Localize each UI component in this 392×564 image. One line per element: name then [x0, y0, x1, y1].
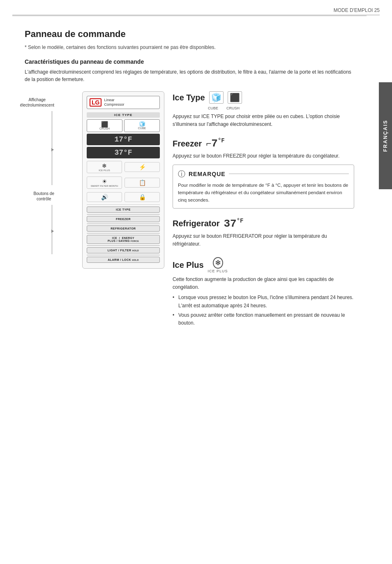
ice-type-label-bar: ICE TYPE	[87, 112, 160, 118]
freezer-temp-icon: ⌐7°F	[206, 137, 225, 150]
icon-row-iceplus: ❄ICE PLUS ⚡	[87, 160, 160, 174]
light-filter-ctrl-btn[interactable]: LIGHT / FILTER HOLD	[87, 247, 160, 253]
freezer-desc: Appuyez sur le bouton FREEZER pour régle…	[173, 152, 354, 160]
ice-plus-feature-title: Ice Plus	[173, 260, 204, 270]
divider-1	[87, 214, 160, 215]
cube-button-display: 🧊 CUBE	[124, 119, 160, 132]
features-column: Ice Type 🧊 ⬛ CUBE CRUSH Appuyez sur ICE …	[173, 91, 354, 336]
control-panel-box: LG LinearCompressor ICE TYPE ⬛ CRUSH 🧊	[82, 91, 164, 269]
ice-type-feature-title: Ice Type	[173, 93, 205, 102]
refrigerator-title-row: Refrigerator 37°F	[173, 218, 354, 230]
page-header: MODE D'EMPLOI 25	[12, 7, 380, 15]
divider-2	[87, 223, 160, 224]
ice-plus-icon-wrapper: ❄ ICE PLUS	[208, 257, 228, 273]
refrigerator-temp-icon: 37°F	[224, 218, 243, 230]
remark-line	[229, 174, 349, 174]
divider-4	[87, 245, 160, 246]
section-heading: Caractéristiques du panneau de commande	[25, 58, 354, 65]
refrigerator-feature-title: Refrigerator	[173, 219, 219, 228]
freezer-title-row: Freezer ⌐7°F	[173, 137, 354, 150]
icon-row-filter: ☀SMART FILTER MONTH 📋	[87, 176, 160, 190]
display-label: Affichageélectroluminescent	[20, 97, 54, 107]
filter-icon-cell: ☀SMART FILTER MONTH	[87, 176, 122, 189]
sidebar-language-label: FRANÇAIS	[379, 82, 392, 189]
divider-5	[87, 255, 160, 255]
feature-ice-type: Ice Type 🧊 ⬛ CUBE CRUSH Appuyez sur ICE …	[173, 91, 354, 128]
model-note: * Selon le modèle, certaines des fonctio…	[25, 44, 354, 50]
alarm-lock-ctrl-btn[interactable]: ALARM / LOCK HOLD	[87, 257, 160, 263]
ice-plus-icon-cell: ❄ICE PLUS	[87, 161, 122, 173]
controls-label: Boutons decontrôle	[33, 191, 54, 201]
ice-type-ctrl-btn[interactable]: ICE TYPE	[87, 207, 160, 213]
lock-icon-cell: 🔒	[125, 192, 160, 202]
alarm-icon-cell: 🔊	[87, 192, 122, 202]
ice-plus-desc: Cette fonction augmente la production de…	[173, 276, 354, 291]
remark-content: Pour modifier le mode de température de …	[178, 181, 349, 204]
crush-icon: ⬛	[88, 121, 121, 127]
remark-exclamation-icon: ⓘ	[178, 169, 185, 179]
refrigerator-desc: Appuyez sur le bouton REFRIGERATOR pour …	[173, 232, 354, 248]
crush-button-display: ⬛ CRUSH	[87, 119, 122, 132]
panel-diagram: Affichageélectroluminescent Boutons deco…	[25, 91, 164, 269]
ice-plus-small-label: ICE PLUS	[88, 169, 121, 172]
linear-compressor-label: LinearCompressor	[104, 98, 124, 107]
filter-small-label: SMART FILTER MONTH	[88, 185, 121, 187]
remark-box: ⓘ REMARQUE Pour modifier le mode de temp…	[173, 165, 354, 209]
bullet-item-1: Lorsque vous pressez le bouton Ice Plus,…	[173, 294, 354, 309]
control-buttons-section: ICE TYPE FREEZER REFRIGERATOR ICE / ENER…	[87, 204, 160, 263]
remark-title-text: REMARQUE	[189, 171, 226, 177]
remark-title-row: ⓘ REMARQUE	[178, 169, 349, 179]
lg-header: LG LinearCompressor	[87, 96, 160, 109]
fridge-temp-display: 37°F	[87, 147, 160, 158]
ice-type-title-row: Ice Type 🧊 ⬛	[173, 91, 354, 104]
divider-3	[87, 233, 160, 234]
left-labels: Affichageélectroluminescent Boutons deco…	[25, 91, 58, 258]
freezer-temp-display: 17°F	[87, 134, 160, 145]
section-description: L'affichage électroluminescent comprend …	[25, 68, 354, 83]
page-title: Panneau de commande	[25, 29, 354, 39]
cube-label: CUBE	[125, 127, 159, 130]
energy-icon-cell: ⚡	[125, 162, 160, 172]
header-divider	[12, 16, 367, 16]
lg-logo: LG	[90, 98, 101, 107]
energy-icon-cell2: 📋	[125, 178, 160, 188]
cube-feature-icon: 🧊	[209, 91, 224, 104]
crush-sub-label: CRUSH	[226, 106, 240, 110]
refrigerator-ctrl-btn[interactable]: REFRIGERATOR	[87, 225, 160, 232]
ice-plus-sub-label: ICE PLUS	[208, 269, 228, 273]
bullet-item-2: Vous pouvez arrêter cette fonction manue…	[173, 311, 354, 327]
freezer-feature-title: Freezer	[173, 139, 202, 149]
feature-ice-plus: Ice Plus ❄ ICE PLUS Cette fonction augme…	[173, 257, 354, 327]
icon-row-alarm: 🔊 🔒	[87, 191, 160, 203]
ice-type-desc: Appuyez sur ICE TYPE pour choisir entre …	[173, 113, 354, 128]
feature-refrigerator: Refrigerator 37°F Appuyez sur le bouton …	[173, 218, 354, 248]
ice-type-buttons: ⬛ CRUSH 🧊 CUBE	[87, 119, 160, 132]
freezer-ctrl-btn[interactable]: FREEZER	[87, 216, 160, 222]
ice-plus-snowflake-icon: ❄	[213, 257, 223, 269]
ice-energy-ctrl-btn[interactable]: ICE / ENERGYPLUS / SAVING FORCE	[87, 235, 160, 244]
ice-plus-bullets: Lorsque vous pressez le bouton Ice Plus,…	[173, 294, 354, 327]
crush-label: CRUSH	[88, 127, 121, 130]
feature-freezer: Freezer ⌐7°F Appuyez sur le bouton FREEZ…	[173, 137, 354, 208]
cube-sub-label: CUBE	[208, 106, 218, 110]
cube-icon: 🧊	[125, 121, 159, 127]
ice-plus-title-row: Ice Plus ❄ ICE PLUS	[173, 257, 354, 273]
crush-feature-icon: ⬛	[228, 91, 242, 104]
